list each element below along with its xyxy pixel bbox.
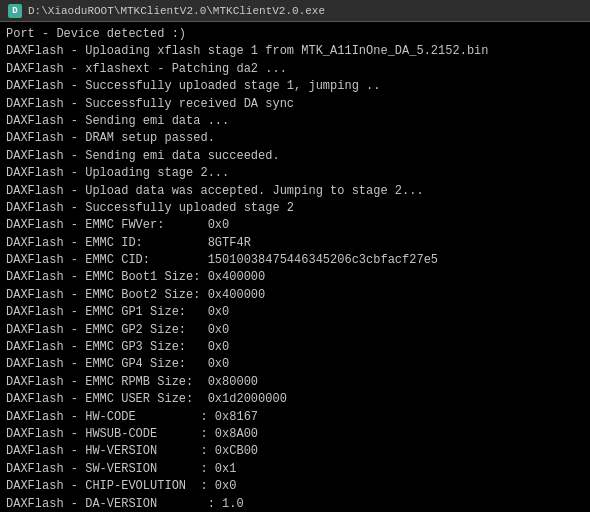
terminal-line: DAXFlash - DRAM setup passed.: [6, 130, 584, 147]
terminal-line: DAXFlash - HW-VERSION : 0xCB00: [6, 443, 584, 460]
app-icon: D: [8, 4, 22, 18]
terminal-line: DAXFlash - Successfully uploaded stage 1…: [6, 78, 584, 95]
terminal-line: DAXFlash - EMMC RPMB Size: 0x80000: [6, 374, 584, 391]
terminal-line: DAXFlash - Sending emi data ...: [6, 113, 584, 130]
terminal-line: DAXFlash - SW-VERSION : 0x1: [6, 461, 584, 478]
terminal-line: DAXFlash - HW-CODE : 0x8167: [6, 409, 584, 426]
terminal-line: DAXFlash - Sending emi data succeeded.: [6, 148, 584, 165]
terminal-line: DAXFlash - EMMC Boot2 Size: 0x400000: [6, 287, 584, 304]
terminal-line: DAXFlash - xflashext - Patching da2 ...: [6, 61, 584, 78]
title-bar: D D:\XiaoduROOT\MTKClientV2.0\MTKClientV…: [0, 0, 590, 22]
terminal-output: Port - Device detected :)DAXFlash - Uplo…: [0, 22, 590, 512]
terminal-line: DAXFlash - Uploading stage 2...: [6, 165, 584, 182]
terminal-line: DAXFlash - Uploading xflash stage 1 from…: [6, 43, 584, 60]
terminal-line: DAXFlash - DA-VERSION : 1.0: [6, 496, 584, 512]
title-bar-text: D:\XiaoduROOT\MTKClientV2.0\MTKClientV2.…: [28, 5, 325, 17]
terminal-line: DAXFlash - EMMC GP4 Size: 0x0: [6, 356, 584, 373]
terminal-line: DAXFlash - CHIP-EVOLUTION : 0x0: [6, 478, 584, 495]
terminal-line: DAXFlash - Successfully received DA sync: [6, 96, 584, 113]
terminal-line: DAXFlash - EMMC USER Size: 0x1d2000000: [6, 391, 584, 408]
terminal-line: DAXFlash - EMMC CID: 1501003847544634520…: [6, 252, 584, 269]
terminal-line: DAXFlash - EMMC GP1 Size: 0x0: [6, 304, 584, 321]
terminal-line: DAXFlash - Upload data was accepted. Jum…: [6, 183, 584, 200]
terminal-line: DAXFlash - EMMC FWVer: 0x0: [6, 217, 584, 234]
terminal-line: DAXFlash - HWSUB-CODE : 0x8A00: [6, 426, 584, 443]
terminal-line: DAXFlash - EMMC GP2 Size: 0x0: [6, 322, 584, 339]
terminal-line: DAXFlash - EMMC Boot1 Size: 0x400000: [6, 269, 584, 286]
terminal-line: DAXFlash - Successfully uploaded stage 2: [6, 200, 584, 217]
terminal-line: DAXFlash - EMMC ID: 8GTF4R: [6, 235, 584, 252]
terminal-line: DAXFlash - EMMC GP3 Size: 0x0: [6, 339, 584, 356]
terminal-line: Port - Device detected :): [6, 26, 584, 43]
